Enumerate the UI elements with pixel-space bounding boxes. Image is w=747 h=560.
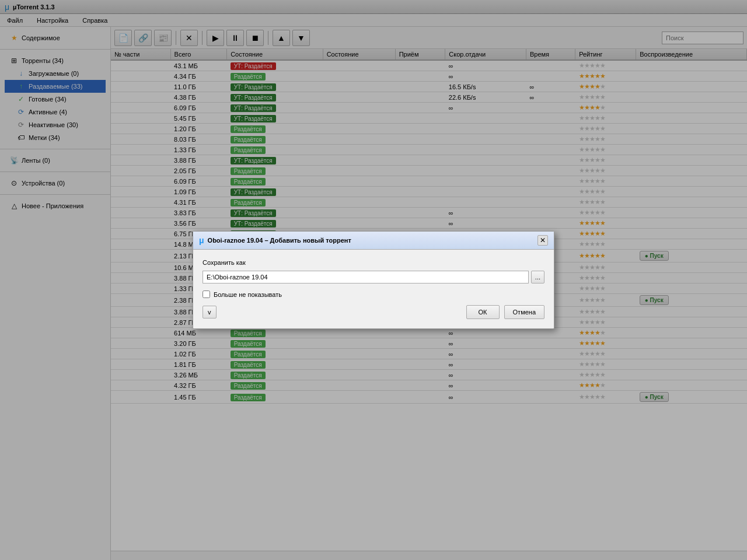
modal-icon: μ [199,236,204,245]
modal-save-label: Сохранить как [203,259,544,266]
modal-path-row: ... [203,271,544,284]
modal-action-buttons: ОК Отмена [466,305,544,319]
add-torrent-modal: μ Oboi-raznoe 19.04 – Добавить новый тор… [193,231,554,329]
modal-checkbox-row: Больше не показывать [203,290,544,298]
modal-cancel-button[interactable]: Отмена [504,305,544,319]
modal-checkbox-label: Больше не показывать [214,291,282,298]
modal-body: Сохранить как ... Больше не показывать v… [193,250,554,328]
modal-title-text: Oboi-raznoe 19.04 – Добавить новый торре… [208,237,351,244]
modal-ok-button[interactable]: ОК [466,305,500,319]
modal-title-bar: μ Oboi-raznoe 19.04 – Добавить новый тор… [193,232,554,250]
modal-close-button[interactable]: ✕ [537,235,548,246]
modal-path-input[interactable] [203,271,529,284]
modal-overlay: μ Oboi-raznoe 19.04 – Добавить новый тор… [0,0,747,560]
modal-browse-button[interactable]: ... [531,271,544,284]
modal-v-button[interactable]: v [203,306,217,318]
modal-footer: v ОК Отмена [203,305,544,319]
modal-no-show-checkbox[interactable] [203,290,210,298]
